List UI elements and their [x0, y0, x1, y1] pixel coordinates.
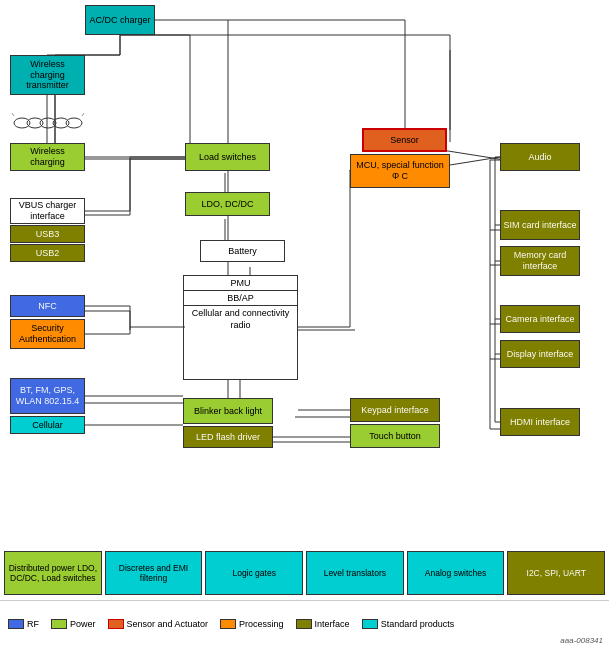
bt-fm-box: BT, FM, GPS, WLAN 802.15.4 [10, 378, 85, 414]
svg-point-39 [40, 118, 56, 128]
svg-point-41 [66, 118, 82, 128]
bb-ap-label: BB/AP [184, 291, 297, 306]
mcu-box: MCU, special function Φ C [350, 154, 450, 188]
legend-interface: Interface [296, 619, 350, 629]
legend: RF Power Sensor and Actuator Processing … [0, 600, 609, 647]
sim-box: SIM card interface [500, 210, 580, 240]
touch-box: Touch button [350, 424, 440, 448]
svg-line-43 [82, 113, 84, 116]
vbus-box: VBUS charger interface [10, 198, 85, 224]
distributed-power-box: Distributed power LDO, DC/DC, Load switc… [4, 551, 102, 595]
ac-dc-box: AC/DC charger [85, 5, 155, 35]
display-box: Display interface [500, 340, 580, 368]
legend-processing: Processing [220, 619, 284, 629]
pmu-label: PMU [184, 276, 297, 291]
load-switches-box: Load switches [185, 143, 270, 171]
legend-power: Power [51, 619, 96, 629]
legend-rf: RF [8, 619, 39, 629]
i2c-spi-box: I2C, SPI, UART [507, 551, 605, 595]
cellular-box: Cellular [10, 416, 85, 434]
wireless-charging-box: Wireless charging [10, 143, 85, 171]
logic-gates-box: Logic gates [205, 551, 303, 595]
battery-box: Battery [200, 240, 285, 262]
pmu-container: PMU BB/AP Cellular and connectivity radi… [183, 275, 298, 380]
interface-color [296, 619, 312, 629]
ldo-box: LDO, DC/DC [185, 192, 270, 216]
aaa-code: aaa-008341 [560, 636, 603, 645]
led-flash-box: LED flash driver [183, 426, 273, 448]
bottom-row: Distributed power LDO, DC/DC, Load switc… [0, 551, 609, 595]
svg-point-37 [14, 118, 30, 128]
diagram: AC/DC charger Wireless charging transmit… [0, 0, 609, 600]
svg-line-68 [450, 157, 500, 165]
camera-box: Camera interface [500, 305, 580, 333]
rf-color [8, 619, 24, 629]
power-color [51, 619, 67, 629]
legend-standard: Standard products [362, 619, 455, 629]
discretes-box: Discretes and EMI filtering [105, 551, 203, 595]
audio-box: Audio [500, 143, 580, 171]
analog-switches-box: Analog switches [407, 551, 505, 595]
extra-lines [0, 0, 609, 600]
processing-color [220, 619, 236, 629]
legend-sensor: Sensor and Actuator [108, 619, 209, 629]
level-translators-box: Level translators [306, 551, 404, 595]
usb3-box: USB3 [10, 225, 85, 243]
nfc-box: NFC [10, 295, 85, 317]
sensor-box: Sensor [362, 128, 447, 152]
keypad-box: Keypad interface [350, 398, 440, 422]
svg-point-38 [27, 118, 43, 128]
sensor-color [108, 619, 124, 629]
svg-line-42 [12, 113, 14, 116]
hdmi-box: HDMI interface [500, 408, 580, 436]
connection-lines [0, 0, 609, 600]
coil-symbol [10, 108, 85, 138]
memory-box: Memory card interface [500, 246, 580, 276]
blinker-box: Blinker back light [183, 398, 273, 424]
standard-color [362, 619, 378, 629]
wireless-tx-box: Wireless charging transmitter [10, 55, 85, 95]
svg-point-40 [53, 118, 69, 128]
security-box: Security Authentication [10, 319, 85, 349]
cellular-radio-label: Cellular and connectivity radio [184, 306, 297, 333]
usb2-box: USB2 [10, 244, 85, 262]
